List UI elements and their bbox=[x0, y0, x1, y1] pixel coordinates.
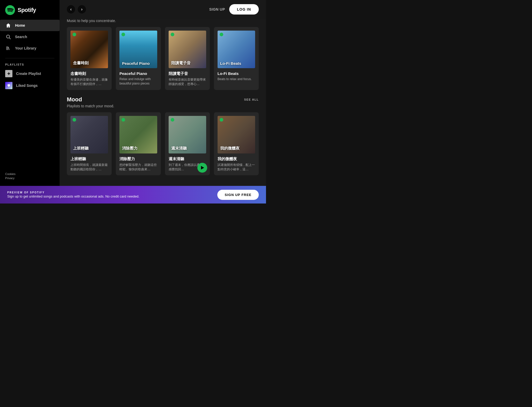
liked-songs-item[interactable]: Liked Songs bbox=[0, 80, 60, 92]
spotify-wordmark: Spotify bbox=[18, 7, 36, 13]
create-playlist-icon bbox=[5, 70, 12, 77]
spotify-dot bbox=[73, 33, 76, 36]
banner-description: Sign up to get unlimited songs and podca… bbox=[7, 194, 139, 198]
svg-rect-5 bbox=[8, 47, 9, 50]
play-icon bbox=[103, 166, 106, 170]
card-overlay-text: 陪讀電子音 bbox=[171, 61, 191, 66]
svg-rect-3 bbox=[6, 46, 7, 50]
forward-button[interactable]: › bbox=[78, 5, 86, 13]
play-icon bbox=[250, 166, 253, 170]
mood-title: Mood bbox=[67, 96, 82, 103]
card-image-wrap: 我的微醺夜 bbox=[218, 116, 255, 153]
back-button[interactable]: ‹ bbox=[67, 5, 75, 13]
play-icon bbox=[250, 81, 253, 84]
mood-card-3[interactable]: 我的微醺夜 我的微醺夜 試著拋開所有煩惱，配上一點特意的小確幸，這… bbox=[214, 112, 259, 175]
create-playlist-label: Create Playlist bbox=[16, 72, 41, 76]
card-image-wrap: 消除壓力 bbox=[119, 116, 157, 153]
card-image-wrap: 陪讀電子音 bbox=[169, 31, 206, 68]
preview-label: PREVIEW OF SPOTIFY bbox=[7, 191, 139, 194]
svg-point-1 bbox=[6, 35, 10, 38]
sidebar-divider bbox=[5, 58, 54, 58]
login-button[interactable]: LOG IN bbox=[229, 4, 259, 15]
card-title: 週末清聽 bbox=[169, 157, 206, 162]
app-container: Spotify Home Search bbox=[0, 0, 266, 186]
play-icon bbox=[152, 166, 155, 170]
card-title: 消除壓力 bbox=[119, 157, 157, 162]
card-image-wrap: 週末清聽 bbox=[169, 116, 206, 153]
spotify-dot bbox=[121, 33, 125, 36]
card-overlay-text: 我的微醺夜 bbox=[220, 146, 240, 151]
card-title: 我的微醺夜 bbox=[218, 157, 255, 162]
mood-see-all[interactable]: SEE ALL bbox=[244, 98, 259, 101]
sidebar-item-home[interactable]: Home bbox=[0, 20, 60, 31]
card-overlay-text: 消除壓力 bbox=[122, 146, 138, 151]
card-overlay-text: Lo-Fi Beats bbox=[220, 61, 241, 66]
concentrate-card-1[interactable]: Peaceful Piano Peaceful Piano Relax and … bbox=[116, 27, 161, 90]
mood-card-0[interactable]: 上班輕聽 上班輕聽 上班時間很長，就讓最新最動聽的國語歌陪你，… bbox=[67, 112, 112, 175]
card-image: 上班輕聽 bbox=[70, 116, 108, 153]
card-image: 陪讀電子音 bbox=[169, 31, 206, 68]
library-label: Your Library bbox=[15, 46, 36, 50]
mood-subtitle: Playlists to match your mood. bbox=[67, 104, 259, 108]
play-icon bbox=[103, 81, 106, 84]
card-image: Peaceful Piano bbox=[119, 31, 157, 68]
card-image: Lo-Fi Beats bbox=[218, 31, 255, 68]
nav-arrows: ‹ › bbox=[67, 5, 86, 13]
card-image: 念書時刻 bbox=[70, 31, 108, 68]
sidebar-footer: Cookies Privacy bbox=[0, 168, 60, 186]
bottom-banner: PREVIEW OF SPOTIFY Sign up to get unlimi… bbox=[0, 186, 266, 204]
svg-line-2 bbox=[9, 38, 11, 39]
spotify-dot bbox=[121, 118, 125, 122]
sidebar-logo[interactable]: Spotify bbox=[0, 0, 60, 18]
mood-section-header: Mood SEE ALL bbox=[67, 96, 259, 103]
card-title: Peaceful Piano bbox=[119, 71, 157, 76]
concentrate-card-2[interactable]: 陪讀電子音 陪讀電子音 有時候音效比音樂更能帶來靜謐的感受，想專心… bbox=[165, 27, 210, 90]
cookies-link[interactable]: Cookies bbox=[5, 172, 54, 176]
play-icon bbox=[201, 166, 204, 170]
play-icon bbox=[152, 81, 155, 84]
concentrate-subtitle: Music to help you concentrate. bbox=[67, 19, 259, 23]
mood-card-1[interactable]: 消除壓力 消除壓力 想紓解緊張壓力，就聽這些輕鬆、愉快的歌曲來… bbox=[116, 112, 161, 175]
content-area: Music to help you concentrate. 念書時刻 念書時刻… bbox=[60, 19, 266, 183]
card-image: 消除壓力 bbox=[119, 116, 157, 153]
concentrate-card-0[interactable]: 念書時刻 念書時刻 有優美的音樂在身邊，就像有個不打擾的陪伴，… bbox=[67, 27, 112, 90]
privacy-link[interactable]: Privacy bbox=[5, 177, 54, 180]
svg-rect-4 bbox=[8, 46, 8, 50]
concentrate-card-3[interactable]: Lo-Fi Beats Lo-Fi Beats Beats to relax a… bbox=[214, 27, 259, 90]
signup-free-button[interactable]: SIGN UP FREE bbox=[217, 190, 259, 200]
concentrate-cards-grid: 念書時刻 念書時刻 有優美的音樂在身邊，就像有個不打擾的陪伴，… Peacefu… bbox=[67, 27, 259, 90]
card-image: 我的微醺夜 bbox=[218, 116, 255, 153]
card-image-wrap: 念書時刻 bbox=[70, 31, 108, 68]
sidebar-item-search[interactable]: Search bbox=[0, 31, 60, 43]
card-image: 週末清聽 bbox=[169, 116, 206, 153]
playlists-heading: PLAYLISTS bbox=[0, 60, 60, 68]
main-content: ‹ › SIGN UP LOG IN Music to help you con… bbox=[60, 0, 266, 186]
auth-buttons: SIGN UP LOG IN bbox=[209, 4, 259, 15]
sidebar-nav: Home Search bbox=[0, 18, 60, 56]
liked-songs-icon bbox=[5, 82, 12, 89]
library-icon bbox=[5, 45, 11, 51]
card-title: 上班輕聽 bbox=[70, 157, 108, 162]
card-image-wrap: Lo-Fi Beats bbox=[218, 31, 255, 68]
mood-cards-grid: 上班輕聽 上班輕聽 上班時間很長，就讓最新最動聽的國語歌陪你，… 消除壓力 消除… bbox=[67, 112, 259, 175]
play-button[interactable] bbox=[197, 163, 207, 173]
spotify-dot bbox=[73, 118, 76, 122]
search-icon bbox=[5, 34, 11, 40]
spotify-dot bbox=[220, 118, 223, 122]
play-icon bbox=[201, 81, 204, 84]
signup-link[interactable]: SIGN UP bbox=[209, 7, 225, 11]
sidebar: Spotify Home Search bbox=[0, 0, 60, 186]
card-overlay-text: Peaceful Piano bbox=[122, 61, 150, 66]
card-overlay-text: 念書時刻 bbox=[73, 61, 89, 66]
create-playlist-item[interactable]: Create Playlist bbox=[0, 68, 60, 80]
card-overlay-text: 週末清聽 bbox=[171, 146, 187, 151]
sidebar-item-library[interactable]: Your Library bbox=[0, 43, 60, 54]
mood-card-2[interactable]: 週末清聽 週末清聽 到了週末，你應該以柔軟的感覺找回… bbox=[165, 112, 210, 175]
card-overlay-text: 上班輕聽 bbox=[73, 146, 89, 151]
card-image-wrap: Peaceful Piano bbox=[119, 31, 157, 68]
home-label: Home bbox=[15, 23, 25, 27]
card-title: 陪讀電子音 bbox=[169, 71, 206, 76]
spotify-dot bbox=[171, 118, 174, 122]
spotify-dot bbox=[220, 33, 223, 36]
banner-text: PREVIEW OF SPOTIFY Sign up to get unlimi… bbox=[7, 191, 139, 198]
